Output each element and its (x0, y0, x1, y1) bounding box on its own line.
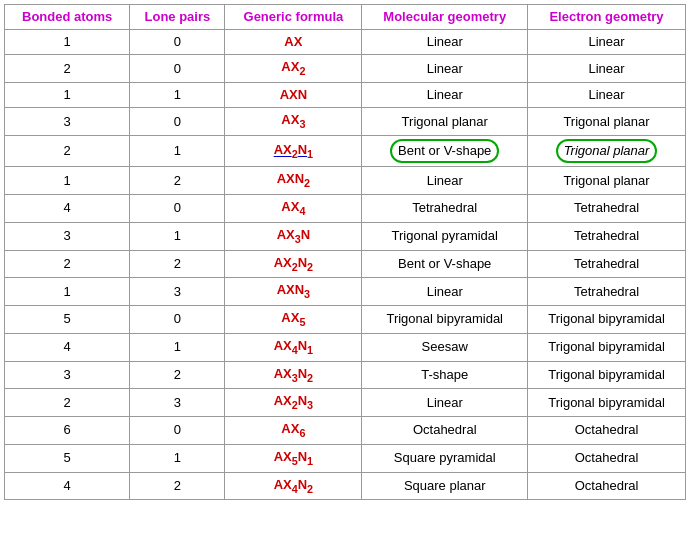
cell-elec-geo: Linear (528, 55, 686, 83)
header-lone: Lone pairs (130, 5, 225, 30)
cell-bonded: 4 (5, 472, 130, 500)
cell-bonded: 5 (5, 444, 130, 472)
cell-bonded: 4 (5, 195, 130, 223)
cell-mol-geo: Trigonal bipyramidal (362, 306, 528, 334)
cell-lone: 1 (130, 222, 225, 250)
cell-formula: AX2N1 (225, 136, 362, 167)
molecular-geometry-table: Bonded atoms Lone pairs Generic formula … (4, 4, 686, 500)
cell-bonded: 6 (5, 417, 130, 445)
header-mol-geo: Molecular geometry (362, 5, 528, 30)
cell-formula: AX2N2 (225, 250, 362, 278)
cell-bonded: 2 (5, 389, 130, 417)
cell-formula: AX5N1 (225, 444, 362, 472)
cell-formula: AX4N2 (225, 472, 362, 500)
cell-elec-geo: Trigonal planar (528, 136, 686, 167)
cell-elec-geo: Tetrahedral (528, 278, 686, 306)
cell-elec-geo: Trigonal bipyramidal (528, 389, 686, 417)
cell-mol-geo: Trigonal planar (362, 108, 528, 136)
cell-bonded: 4 (5, 333, 130, 361)
cell-formula: AX3 (225, 108, 362, 136)
cell-bonded: 1 (5, 167, 130, 195)
cell-formula: AX2N3 (225, 389, 362, 417)
cell-bonded: 1 (5, 83, 130, 108)
cell-lone: 2 (130, 250, 225, 278)
cell-bonded: 5 (5, 306, 130, 334)
cell-formula: AXN2 (225, 167, 362, 195)
cell-formula: AXN (225, 83, 362, 108)
cell-mol-geo: T-shape (362, 361, 528, 389)
cell-bonded: 1 (5, 278, 130, 306)
cell-lone: 1 (130, 444, 225, 472)
cell-lone: 2 (130, 167, 225, 195)
cell-bonded: 1 (5, 30, 130, 55)
cell-bonded: 2 (5, 136, 130, 167)
cell-formula: AX6 (225, 417, 362, 445)
cell-elec-geo: Tetrahedral (528, 222, 686, 250)
cell-mol-geo: Square planar (362, 472, 528, 500)
cell-elec-geo: Trigonal planar (528, 167, 686, 195)
header-bonded: Bonded atoms (5, 5, 130, 30)
cell-lone: 1 (130, 83, 225, 108)
cell-bonded: 2 (5, 250, 130, 278)
cell-formula: AX2 (225, 55, 362, 83)
cell-bonded: 3 (5, 361, 130, 389)
cell-lone: 3 (130, 389, 225, 417)
cell-mol-geo: Bent or V-shape (362, 250, 528, 278)
cell-lone: 0 (130, 417, 225, 445)
cell-mol-geo: Linear (362, 55, 528, 83)
cell-mol-geo: Seesaw (362, 333, 528, 361)
cell-formula: AX4N1 (225, 333, 362, 361)
cell-formula: AXN3 (225, 278, 362, 306)
cell-bonded: 3 (5, 108, 130, 136)
cell-bonded: 3 (5, 222, 130, 250)
cell-mol-geo: Octahedral (362, 417, 528, 445)
cell-elec-geo: Octahedral (528, 444, 686, 472)
cell-mol-geo: Tetrahedral (362, 195, 528, 223)
cell-lone: 1 (130, 136, 225, 167)
cell-elec-geo: Octahedral (528, 472, 686, 500)
cell-lone: 0 (130, 55, 225, 83)
cell-formula: AX (225, 30, 362, 55)
cell-formula: AX3N2 (225, 361, 362, 389)
cell-bonded: 2 (5, 55, 130, 83)
cell-elec-geo: Trigonal bipyramidal (528, 333, 686, 361)
cell-lone: 0 (130, 195, 225, 223)
cell-elec-geo: Trigonal planar (528, 108, 686, 136)
cell-lone: 0 (130, 306, 225, 334)
cell-elec-geo: Linear (528, 30, 686, 55)
cell-elec-geo: Octahedral (528, 417, 686, 445)
cell-elec-geo: Trigonal bipyramidal (528, 361, 686, 389)
cell-elec-geo: Trigonal bipyramidal (528, 306, 686, 334)
cell-mol-geo: Bent or V-shape (362, 136, 528, 167)
cell-mol-geo: Trigonal pyramidal (362, 222, 528, 250)
cell-mol-geo: Linear (362, 83, 528, 108)
cell-lone: 0 (130, 30, 225, 55)
cell-elec-geo: Linear (528, 83, 686, 108)
cell-formula: AX4 (225, 195, 362, 223)
cell-mol-geo: Linear (362, 30, 528, 55)
header-formula: Generic formula (225, 5, 362, 30)
cell-formula: AX5 (225, 306, 362, 334)
cell-mol-geo: Linear (362, 389, 528, 417)
cell-lone: 3 (130, 278, 225, 306)
cell-lone: 2 (130, 472, 225, 500)
cell-lone: 2 (130, 361, 225, 389)
cell-mol-geo: Linear (362, 278, 528, 306)
cell-elec-geo: Tetrahedral (528, 250, 686, 278)
cell-lone: 1 (130, 333, 225, 361)
cell-elec-geo: Tetrahedral (528, 195, 686, 223)
cell-mol-geo: Linear (362, 167, 528, 195)
header-elec-geo: Electron geometry (528, 5, 686, 30)
cell-lone: 0 (130, 108, 225, 136)
cell-formula: AX3N (225, 222, 362, 250)
cell-mol-geo: Square pyramidal (362, 444, 528, 472)
